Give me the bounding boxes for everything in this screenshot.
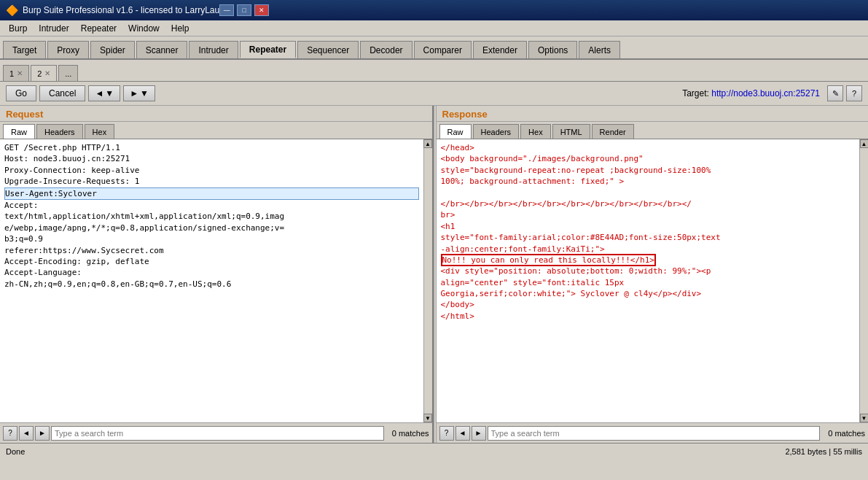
scroll-down-arrow[interactable]: ▼ <box>423 414 432 422</box>
tab-scanner[interactable]: Scanner <box>136 41 188 58</box>
highlight-no-local: No!!! you can only read this locally!!!<… <box>441 254 656 266</box>
help-button[interactable]: ? <box>846 85 862 101</box>
response-tab-raw[interactable]: Raw <box>439 124 472 139</box>
status-left: Done <box>6 447 25 456</box>
scroll-track <box>424 148 432 414</box>
response-tab-hex[interactable]: Hex <box>520 124 551 139</box>
edit-target-button[interactable]: ✎ <box>827 85 843 101</box>
target-url: http://node3.buuoj.cn:25271 <box>711 88 820 98</box>
tab-spider[interactable]: Spider <box>90 41 135 58</box>
menu-bar: Burp Intruder Repeater Window Help <box>0 20 868 36</box>
request-tab-hex[interactable]: Hex <box>85 124 115 139</box>
repeater-tab-1-label: 1 <box>9 69 14 78</box>
response-search-next[interactable]: ► <box>472 426 486 441</box>
response-search-prev[interactable]: ◄ <box>455 426 470 441</box>
window-controls: — □ ✕ <box>219 4 269 16</box>
request-search-prev[interactable]: ◄ <box>19 426 34 441</box>
target-label: Target: http://node3.buuoj.cn:25271 <box>682 88 820 98</box>
maximize-button[interactable]: □ <box>237 4 251 16</box>
tab-repeater[interactable]: Repeater <box>240 41 296 58</box>
request-panel: Request Raw Headers Hex GET /Secret.php … <box>0 106 434 443</box>
request-panel-tabs: Raw Headers Hex <box>0 122 432 139</box>
request-search-help[interactable]: ? <box>3 426 17 441</box>
request-search-bar: ? ◄ ► 0 matches <box>0 422 432 443</box>
response-panel-header: Response <box>437 106 869 122</box>
cancel-button[interactable]: Cancel <box>39 85 85 101</box>
go-button[interactable]: Go <box>6 85 36 101</box>
request-panel-body: GET /Secret.php HTTP/1.1 Host: node3.buu… <box>0 139 432 422</box>
response-search-input[interactable] <box>488 426 821 441</box>
repeater-tab-2[interactable]: 2 ✕ <box>31 65 57 81</box>
menu-repeater[interactable]: Repeater <box>75 22 122 35</box>
scroll-up-arrow[interactable]: ▲ <box>423 139 432 148</box>
response-panel-body: </head> <body background="./images/backg… <box>437 139 869 422</box>
tab-target[interactable]: Target <box>3 41 46 58</box>
repeater-tab-1[interactable]: 1 ✕ <box>3 65 29 81</box>
title-bar: 🔶 Burp Suite Professional v1.6 - license… <box>0 0 868 20</box>
repeater-tab-more[interactable]: ... <box>58 65 78 81</box>
response-scroll-track <box>860 148 868 414</box>
response-tab-render[interactable]: Render <box>592 124 634 139</box>
tab-options[interactable]: Options <box>528 41 577 58</box>
close-button[interactable]: ✕ <box>254 4 269 16</box>
repeater-tab-2-close[interactable]: ✕ <box>44 69 50 77</box>
menu-help[interactable]: Help <box>165 22 195 35</box>
main-tab-bar: Target Proxy Spider Scanner Intruder Rep… <box>0 36 868 60</box>
repeater-tab-more-label: ... <box>65 69 71 78</box>
tab-proxy[interactable]: Proxy <box>47 41 89 58</box>
request-tab-headers[interactable]: Headers <box>36 124 83 139</box>
request-search-next[interactable]: ► <box>35 426 50 441</box>
response-match-count: 0 matches <box>821 429 865 438</box>
app-icon: 🔶 <box>6 4 18 16</box>
tab-decoder[interactable]: Decoder <box>360 41 412 58</box>
request-title: Request <box>6 109 43 120</box>
repeater-tab-bar: 1 ✕ 2 ✕ ... <box>0 60 868 82</box>
menu-window[interactable]: Window <box>122 22 165 35</box>
response-text: </head> <body background="./images/backg… <box>441 142 856 322</box>
minimize-button[interactable]: — <box>219 4 234 16</box>
repeater-tab-1-close[interactable]: ✕ <box>17 69 23 77</box>
highlighted-useragent-line: User-Agent:Syclover <box>4 187 419 200</box>
menu-burp[interactable]: Burp <box>3 22 33 35</box>
prev-icon: ◄ <box>95 88 103 98</box>
response-search-help[interactable]: ? <box>439 426 454 441</box>
next-dropdown-icon: ▼ <box>140 88 149 98</box>
response-panel: Response Raw Headers Hex HTML Render </h… <box>437 106 869 443</box>
next-button[interactable]: ► ▼ <box>123 85 155 101</box>
request-scrollbar[interactable]: ▲ ▼ <box>423 139 432 422</box>
tab-intruder[interactable]: Intruder <box>189 41 238 58</box>
response-content[interactable]: </head> <body background="./images/backg… <box>437 139 860 422</box>
status-right: 2,581 bytes | 55 millis <box>785 447 862 456</box>
request-panel-header: Request <box>0 106 432 122</box>
prev-dropdown-icon: ▼ <box>105 88 114 98</box>
status-bar: Done 2,581 bytes | 55 millis <box>0 443 868 459</box>
request-search-input[interactable] <box>51 426 384 441</box>
response-search-bar: ? ◄ ► 0 matches <box>437 422 869 443</box>
target-label-text: Target: <box>682 88 709 98</box>
toolbar: Go Cancel ◄ ▼ ► ▼ Target: http://node3.b… <box>0 82 868 106</box>
request-match-count: 0 matches <box>386 429 429 438</box>
response-title: Response <box>442 109 488 120</box>
tab-comparer[interactable]: Comparer <box>414 41 472 58</box>
response-tab-headers[interactable]: Headers <box>473 124 520 139</box>
response-panel-tabs: Raw Headers Hex HTML Render <box>437 122 869 139</box>
tab-alerts[interactable]: Alerts <box>579 41 620 58</box>
content-area: Request Raw Headers Hex GET /Secret.php … <box>0 106 868 443</box>
tab-sequencer[interactable]: Sequencer <box>297 41 359 58</box>
next-icon: ► <box>130 88 138 98</box>
repeater-tab-2-label: 2 <box>37 69 42 78</box>
request-content[interactable]: GET /Secret.php HTTP/1.1 Host: node3.buu… <box>0 139 423 422</box>
menu-intruder[interactable]: Intruder <box>33 22 74 35</box>
response-scroll-down[interactable]: ▼ <box>860 414 869 422</box>
response-scroll-up[interactable]: ▲ <box>860 139 869 148</box>
prev-button[interactable]: ◄ ▼ <box>88 85 120 101</box>
request-tab-raw[interactable]: Raw <box>3 124 35 139</box>
response-scrollbar[interactable]: ▲ ▼ <box>859 139 868 422</box>
request-text: GET /Secret.php HTTP/1.1 Host: node3.buu… <box>4 142 419 290</box>
tab-extender[interactable]: Extender <box>473 41 527 58</box>
app-title: Burp Suite Professional v1.6 - licensed … <box>23 5 219 15</box>
response-tab-html[interactable]: HTML <box>552 124 590 139</box>
